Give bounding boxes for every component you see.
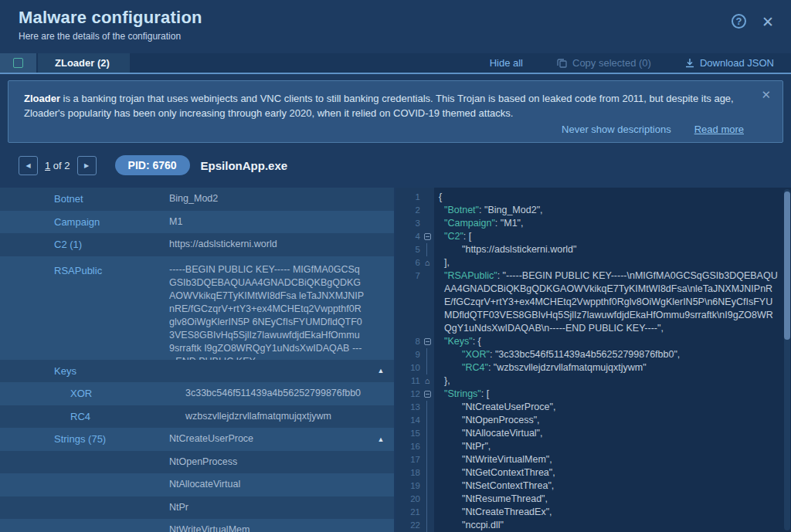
fold-gutter (420, 427, 434, 440)
pagination-bar: ◀ 1 of 2 ▶ PID: 6760 EpsilonApp.exe (0, 143, 791, 188)
fold-end-icon[interactable]: ⌂ (420, 374, 434, 388)
row-value: wzbszvllejdzrvllafmatqmujqxtjywm (169, 410, 368, 423)
json-line: 8"Keys": { (396, 335, 791, 348)
json-line: 11⌂}, (396, 374, 791, 388)
json-code: "RC4": "wzbszvllejdzrvllafmatqmujqxtjywm… (434, 361, 791, 374)
row-value: 3c33bc546f511439a4b56252799876fbb0 (169, 387, 368, 400)
table-row: XOR3c33bc546f511439a4b56252799876fbb0 (0, 382, 394, 405)
json-line: 15"NtAllocateVirtual", (396, 427, 791, 440)
json-code: "NtCreateUserProce", (434, 401, 791, 414)
description-section: Zloader is a banking trojan that uses we… (0, 74, 791, 143)
json-code: "XOR": "3c33bc546f511439a4b56252799876fb… (434, 348, 791, 361)
row-value: https://adslstickerni.world (169, 238, 368, 251)
json-code: "NtGetContextThrea", (434, 466, 791, 479)
json-code: "Campaign": "M1", (434, 217, 791, 230)
line-number: 9 (396, 348, 420, 361)
chevron-left-icon: ◀ (25, 162, 30, 169)
row-value: NtCreateUserProce (169, 432, 368, 446)
close-icon[interactable]: ✕ (762, 14, 774, 30)
fold-gutter (420, 361, 434, 374)
page-subtitle: Here are the details of the configuratio… (19, 31, 202, 42)
page-title: Malware configuration (19, 8, 202, 28)
scrollbar-thumb[interactable] (784, 191, 790, 340)
fold-gutter (420, 348, 434, 361)
download-icon (685, 58, 694, 68)
fold-gutter (420, 440, 434, 453)
copy-selected-button[interactable]: Copy selected (0) (557, 57, 651, 69)
json-line: 18"NtGetContextThrea", (396, 466, 791, 479)
line-number: 20 (396, 493, 420, 506)
json-code: "Strings": [ (434, 388, 791, 401)
collapse-arrow-icon[interactable]: ▲ (368, 435, 394, 443)
tab-label: ZLoader (2) (55, 57, 110, 69)
json-line: 3"Campaign": "M1", (396, 217, 791, 230)
json-code: "RSAPublic": "-----BEGIN PUBLIC KEY-----… (434, 269, 791, 335)
next-page-button[interactable]: ▶ (77, 156, 97, 175)
tab-zloader[interactable]: ZLoader (2) (38, 53, 130, 73)
json-scrollbar[interactable] (784, 189, 790, 530)
line-number: 13 (396, 401, 420, 414)
table-row: C2 (1)https://adslstickerni.world (0, 233, 394, 256)
row-label: Campaign (0, 216, 169, 228)
description-lead: Zloader (24, 93, 60, 104)
page-separator: of (53, 160, 62, 171)
line-number: 8 (396, 335, 420, 348)
fold-gutter (420, 191, 434, 204)
json-code: "https://adslstickerni.world" (434, 243, 791, 256)
json-code: "nccpi.dll" (434, 519, 791, 532)
row-label: Botnet (0, 193, 169, 205)
json-line: 19"NtSetContextThrea", (396, 479, 791, 493)
header-text: Malware configuration Here are the detai… (19, 8, 202, 53)
total-pages: 2 (64, 160, 70, 171)
current-page: 1 (45, 160, 50, 171)
fold-collapse-icon[interactable] (420, 335, 434, 348)
fold-gutter (420, 453, 434, 466)
line-number: 11 (396, 374, 420, 388)
json-line: 13"NtCreateUserProce", (396, 401, 791, 414)
line-number: 15 (396, 427, 420, 440)
json-code: "Botnet": "Bing_Mod2", (434, 204, 791, 217)
hide-all-label: Hide all (490, 57, 523, 69)
tab-bar: ZLoader (2) Hide all Copy selected (0) D… (0, 53, 791, 74)
json-code: "NtSetContextThrea", (434, 479, 791, 493)
json-line: 2"Botnet": "Bing_Mod2", (396, 204, 791, 217)
row-value: Bing_Mod2 (169, 192, 368, 205)
table-row: Keys▲ (0, 360, 394, 383)
select-all-cell (0, 53, 36, 73)
row-label: RC4 (0, 411, 169, 422)
fold-gutter (420, 269, 434, 335)
line-number: 5 (396, 243, 420, 256)
never-show-descriptions-link[interactable]: Never show descriptions (562, 124, 671, 135)
fold-end-icon[interactable]: ⌂ (420, 256, 434, 269)
json-line: 9"XOR": "3c33bc546f511439a4b56252799876f… (396, 348, 791, 361)
json-code: "NtPr", (434, 440, 791, 453)
fold-gutter (420, 466, 434, 479)
line-number: 1 (396, 191, 420, 204)
download-json-button[interactable]: Download JSON (685, 57, 774, 69)
line-number: 17 (396, 453, 420, 466)
fold-collapse-icon[interactable] (420, 388, 434, 401)
prev-page-button[interactable]: ◀ (19, 156, 38, 175)
read-more-link[interactable]: Read more (694, 124, 744, 135)
line-number: 16 (396, 440, 420, 453)
malware-configuration-modal: Malware configuration Here are the detai… (0, 0, 791, 532)
json-lines: 1{2"Botnet": "Bing_Mod2",3"Campaign": "M… (396, 188, 791, 532)
line-number: 6 (396, 256, 420, 269)
description-close-icon[interactable]: ✕ (761, 88, 771, 102)
table-row: RC4wzbszvllejdzrvllafmatqmujqxtjywm (0, 405, 394, 429)
select-all-checkbox[interactable] (13, 58, 23, 68)
row-value: -----BEGIN PUBLIC KEY----- MIGfMA0GCSqGS… (169, 263, 368, 368)
collapse-arrow-icon[interactable]: ▲ (368, 367, 394, 374)
fold-gutter (420, 506, 434, 519)
line-number: 18 (396, 466, 420, 479)
config-table: BotnetBing_Mod2CampaignM1C2 (1)https://a… (0, 188, 394, 532)
fold-collapse-icon[interactable] (420, 230, 434, 243)
json-line: 14"NtOpenProcess", (396, 414, 791, 427)
description-links: Never show descriptions Read more (562, 124, 744, 135)
hide-all-button[interactable]: Hide all (490, 57, 523, 69)
fold-gutter (420, 204, 434, 217)
line-number: 2 (396, 204, 420, 217)
line-number: 4 (396, 230, 420, 243)
json-code: { (434, 191, 791, 204)
help-icon[interactable]: ? (732, 14, 746, 29)
